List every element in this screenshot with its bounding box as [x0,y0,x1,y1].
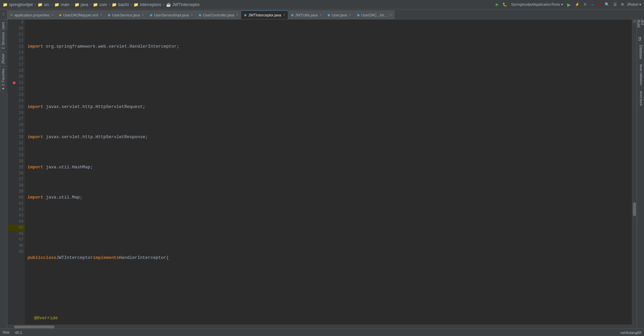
status-url: net/liulang68 [621,331,641,335]
tab-userservice[interactable]: ◉ UserService.java × [105,10,147,19]
tab-application-properties[interactable]: ⚙ application.properties × [7,10,56,19]
settings-icon[interactable]: ⚙ [620,2,626,7]
line-38: 38 [7,182,25,188]
line-18: 18 [7,68,25,74]
line-24: 24 [7,98,25,104]
java-icon: ◉ [291,13,294,17]
stop-button[interactable]: ■ [597,2,602,7]
breadcrumb-baizhi[interactable]: 📁 baizhi [112,2,128,7]
line-21: 21 [7,80,25,86]
breadcrumb-bar: 📁 springbootjwt › 📁 src › 📁 main › 📁 jav… [0,0,644,9]
close-icon[interactable]: × [52,13,54,17]
code-lines[interactable]: import org.springframework.web.servlet.H… [25,19,632,325]
bean-validation-label[interactable]: Bean Validation [637,62,644,88]
breadcrumb-com[interactable]: 📁 com [93,2,107,7]
horizontal-scrollbar[interactable] [7,325,637,329]
xml-icon: ◈ [59,13,62,17]
java-icon: ◉ [199,13,202,17]
tab-jwtinterceptor[interactable]: ◉ JWTInterceptor.java × [241,10,288,19]
tab-jwtutils[interactable]: ◉ JWTUtils.java × [288,10,325,19]
breadcrumb-interceptors[interactable]: 📁 interceptors [133,2,161,7]
status-right: net/liulang68 [621,331,641,335]
run-config[interactable]: SpringbootjwtApplicationTests ▾ [510,2,565,7]
folder-icon: 📁 [112,2,117,7]
code-line-11: import javax.servlet.http.HttpServletReq… [28,104,631,110]
java-icon: ◉ [327,13,330,17]
line-39: 39 [7,188,25,194]
line-23: 23 [7,92,25,98]
line-37: 37 [7,176,25,182]
word-book-label[interactable]: Word Book [637,88,644,108]
panel-toggle[interactable]: 1 [0,9,7,19]
line-9: 9 [7,19,25,25]
structure-panel-label[interactable]: 2: Structure [0,30,7,51]
ant-build-label[interactable]: Ant Build [634,19,644,26]
maven-label[interactable]: m [637,36,644,42]
line-40: 40 [7,194,25,201]
folder-icon: 📁 [54,2,59,7]
code-line-14: import java.util.Map; [28,194,631,201]
database-label[interactable]: Database [637,42,644,62]
run-icon[interactable]: ⚡ [574,2,581,7]
line-11: 11 [7,32,25,38]
props-icon: ⚙ [10,13,13,17]
breadcrumb-src[interactable]: 📁 src [38,2,49,7]
line-14: 14 [7,50,25,56]
tab-userdao[interactable]: ◉ UserDAC...Int… × [354,10,395,19]
folder-icon: 📁 [93,2,98,7]
status-line-col: 45:1 [15,331,22,335]
code-line-18 [28,285,631,291]
line-28: 28 [7,122,25,128]
line-35: 35 [7,164,25,170]
line-30: 30 [7,134,25,140]
status-web: Web [3,331,9,334]
close-icon[interactable]: × [390,13,392,17]
editor-area: 9 10 11 12 13 14 15 17 18 20 21 22 [7,19,637,329]
breadcrumb-main[interactable]: 📁 main [54,2,69,7]
breadcrumb-java[interactable]: 📁 java [74,2,88,7]
debug-button[interactable]: 🐛 [501,2,508,7]
close-icon[interactable]: × [191,13,193,17]
line-43: 43 [7,213,25,219]
line-15: 15 [7,56,25,62]
line-22: 22 [7,86,25,92]
close-icon[interactable]: × [283,13,285,17]
file-tabs: 1 ⚙ application.properties × ◈ UserDAOMa… [0,9,644,19]
status-bar: Web 45:1 net/liulang68 [0,329,644,336]
line-49: 49 [7,249,25,255]
folder-icon: 📁 [38,2,43,7]
tab-usercontroller[interactable]: ◉ UserController.java × [196,10,241,19]
java-icon: ◉ [357,13,360,17]
play-button[interactable]: ▶ [566,1,572,8]
code-content[interactable]: 9 10 11 12 13 14 15 17 18 20 21 22 [7,19,637,325]
tab-userdaomapper[interactable]: ◈ UserDAOMapper.xml × [56,10,105,19]
code-line-10 [28,74,631,80]
folder-icon: 📁 [74,2,79,7]
line-31: 31 [7,140,25,146]
menu-icon[interactable]: ☰ [612,2,618,7]
jrebel-panel-label[interactable]: JRebel [0,51,7,66]
close-icon[interactable]: × [320,13,322,17]
vertical-scrollbar[interactable] [632,19,637,325]
search-icon[interactable]: 🔍 [603,2,611,7]
breadcrumb-jwtinterceptor[interactable]: ☕ JWTInterceptor [166,2,200,7]
tab-userserviceimpl[interactable]: ◉ UserServiceImpl.java × [147,10,196,19]
folder-icon: 📁 [133,2,139,7]
run-button[interactable]: ▶ [494,2,500,7]
favorites-panel-label[interactable]: ★ 2: Favorites [0,66,7,93]
close-icon[interactable]: × [142,13,144,17]
arrow-right-icon[interactable]: → [589,2,596,7]
code-line-17: public class JWTInterceptor implements H… [28,255,631,261]
close-icon[interactable]: × [349,13,351,17]
close-icon[interactable]: × [236,13,238,17]
refresh-icon[interactable]: ↻ [582,2,588,7]
line-20: 20 [7,74,25,80]
tab-user[interactable]: ◉ User.java × [325,10,354,19]
code-line-15 [28,225,631,231]
line-26: 26 [7,110,25,116]
line-48: 48 [7,243,25,249]
line-10: 10 [7,25,25,32]
breadcrumb-springbootjwt[interactable]: 📁 springbootjwt [3,2,33,7]
line-47: 47 [7,237,25,243]
close-icon[interactable]: × [100,13,102,17]
